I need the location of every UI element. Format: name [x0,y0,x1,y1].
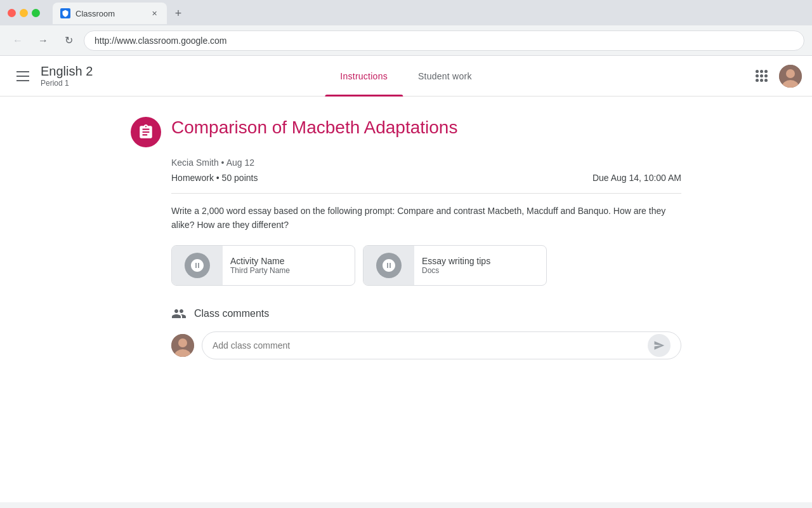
tab-title: Classroom [75,9,144,18]
attachment-card-1[interactable]: Essay writing tips Docs [363,245,547,286]
attachment-card-0[interactable]: Activity Name Third Party Name [171,245,355,286]
attachment-thumb-1 [363,245,414,286]
browser-chrome: Classroom ✕ + ← → ↻ http://www.classroom… [0,0,812,56]
main-content: Comparison of Macbeth Adaptations Kecia … [121,97,691,380]
url-text: http://www.classroom.google.com [95,36,227,46]
menu-button[interactable] [10,64,36,89]
meta-author: Kecia Smith • Aug 12 [171,157,681,168]
send-comment-button[interactable] [648,334,671,357]
course-name: English 2 [41,64,93,79]
comments-title: Class comments [194,308,269,319]
svg-point-4 [178,338,187,347]
forward-button[interactable]: → [33,30,53,51]
people-icon [171,306,187,321]
hamburger-icon [16,71,29,81]
course-info: English 2 Period 1 [41,64,93,88]
minimize-button[interactable] [20,9,28,17]
assignment-title: Comparison of Macbeth Adaptations [171,117,457,138]
assignment-icon [131,117,161,147]
tab-close-button[interactable]: ✕ [149,8,159,18]
divider [171,193,681,194]
send-icon [653,340,665,351]
attachments: Activity Name Third Party Name Essay wri… [171,245,681,286]
reload-button[interactable]: ↻ [58,30,79,51]
comment-input[interactable] [213,340,648,351]
assignment-description: Write a 2,000 word essay based on the fo… [171,204,681,232]
comments-header: Class comments [171,306,681,321]
svg-point-1 [786,69,795,78]
user-avatar[interactable] [779,65,802,88]
active-tab[interactable]: Classroom ✕ [53,3,167,24]
back-button[interactable]: ← [8,30,28,51]
meta-due: Due Aug 14, 10:00 AM [593,173,681,183]
tab-favicon [60,8,70,18]
address-bar[interactable]: http://www.classroom.google.com [84,30,804,51]
clipboard-icon [138,124,154,140]
attachment-info-1: Essay writing tips Docs [414,251,546,280]
meta-points: Homework • 50 points [171,173,258,183]
assignment-header: Comparison of Macbeth Adaptations [131,117,681,147]
new-tab-button[interactable]: + [169,4,187,22]
tab-student-work[interactable]: Student work [403,56,487,97]
top-nav: English 2 Period 1 Instructions Student … [0,56,812,97]
attachment-name-0: Activity Name [230,256,347,266]
course-period: Period 1 [41,79,93,88]
browser-titlebar: Classroom ✕ + [0,0,812,25]
tab-instructions[interactable]: Instructions [325,56,403,97]
close-button[interactable] [8,9,16,17]
meta-row: Homework • 50 points Due Aug 14, 10:00 A… [171,173,681,183]
nav-right [749,64,802,89]
browser-addressbar: ← → ↻ http://www.classroom.google.com [0,25,812,56]
attachment-thumb-0 [172,245,223,286]
grid-icon [756,70,768,82]
comments-section: Class comments [171,306,681,359]
app-container: English 2 Period 1 Instructions Student … [0,56,812,502]
comment-avatar [171,334,194,357]
comment-input-row [171,331,681,359]
traffic-lights [8,9,40,17]
attachment-thumb-icon-1 [376,253,402,278]
attachment-info-0: Activity Name Third Party Name [223,251,355,280]
attachment-thumb-icon-0 [185,253,210,278]
tab-bar: Classroom ✕ + [45,1,195,24]
maximize-button[interactable] [32,9,40,17]
attachment-name-1: Essay writing tips [422,256,539,266]
assignment-meta: Kecia Smith • Aug 12 Homework • 50 point… [171,157,681,183]
comment-input-wrapper[interactable] [202,331,681,359]
attachment-type-1: Docs [422,266,539,275]
nav-tabs: Instructions Student work [325,56,487,97]
attachment-type-0: Third Party Name [230,266,347,275]
apps-button[interactable] [749,64,774,89]
